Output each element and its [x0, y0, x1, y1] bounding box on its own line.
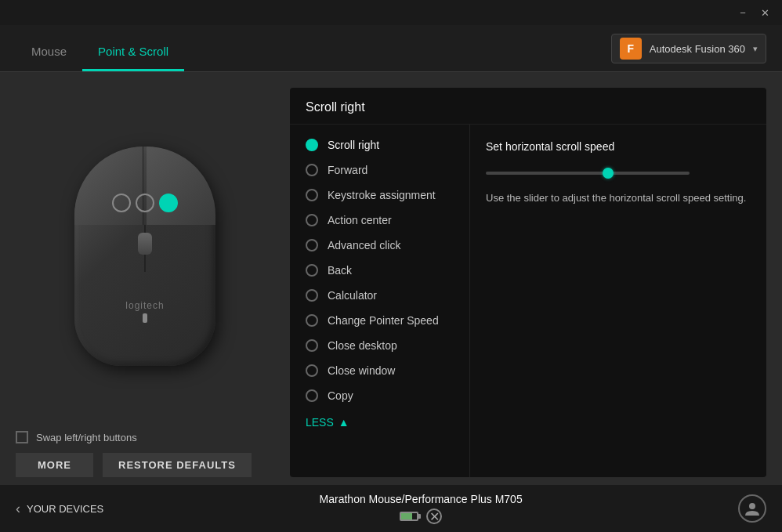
- app-icon: F: [620, 38, 642, 60]
- option-label: Change Pointer Speed: [328, 314, 439, 327]
- restore-defaults-button[interactable]: RESTORE DEFAULTS: [103, 453, 252, 477]
- battery-icon: [400, 512, 418, 521]
- radio-circle: [306, 239, 318, 252]
- option-label: Advanced click: [328, 239, 400, 252]
- mouse-right-button: [147, 147, 215, 225]
- mouse-led: [143, 313, 147, 323]
- mouse-scroll-wheel: [138, 233, 152, 255]
- mouse-btn-right-circle: [159, 194, 178, 212]
- panel-title: Scroll right: [290, 88, 766, 125]
- main-content: logitech Swap left/right buttons MORE RE…: [0, 72, 782, 485]
- mouse-brand-label: logitech: [125, 300, 164, 311]
- minimize-button[interactable]: −: [732, 2, 754, 24]
- option-item[interactable]: Action center: [290, 208, 469, 233]
- more-button[interactable]: MORE: [16, 453, 93, 477]
- battery-fill: [401, 513, 412, 519]
- radio-circle: [306, 389, 318, 402]
- your-devices-label: YOUR DEVICES: [27, 503, 103, 515]
- device-name: Marathon Mouse/Performance Plus M705: [320, 493, 523, 505]
- radio-circle: [306, 339, 318, 352]
- radio-circle: [306, 214, 318, 226]
- radio-circle: [306, 139, 318, 151]
- device-info: Marathon Mouse/Performance Plus M705 ✕: [320, 493, 523, 524]
- chevron-up-icon: ▲: [339, 416, 349, 429]
- tab-mouse[interactable]: Mouse: [16, 25, 82, 71]
- slider-description: Use the slider to adjust the horizontal …: [486, 190, 751, 206]
- mouse-left-button: [74, 147, 143, 225]
- chevron-down-icon: ▾: [753, 44, 758, 54]
- option-item[interactable]: Calculator: [290, 283, 469, 308]
- swap-buttons-label: Swap left/right buttons: [36, 432, 137, 443]
- panel-body: Scroll rightForwardKeystroke assignmentA…: [290, 125, 766, 477]
- option-label: Keystroke assignment: [328, 189, 436, 201]
- swap-buttons-checkbox-row: Swap left/right buttons: [16, 431, 137, 443]
- app-selector[interactable]: F Autodesk Fusion 360 ▾: [611, 34, 766, 63]
- usb-receiver-icon: ✕: [426, 508, 442, 524]
- settings-panel: Set horizontal scroll speed Use the slid…: [470, 125, 766, 477]
- titlebar: − ✕: [0, 0, 782, 25]
- option-label: Action center: [328, 214, 392, 226]
- radio-circle: [306, 189, 318, 201]
- option-item[interactable]: Keystroke assignment: [290, 183, 469, 208]
- close-button[interactable]: ✕: [754, 2, 776, 24]
- option-label: Copy: [328, 389, 353, 402]
- mouse-button-indicators: [112, 194, 178, 212]
- option-item[interactable]: Scroll right: [290, 132, 469, 157]
- option-label: Calculator: [328, 289, 377, 302]
- bottom-buttons: MORE RESTORE DEFAULTS: [16, 453, 252, 477]
- header: Mouse Point & Scroll F Autodesk Fusion 3…: [0, 25, 782, 72]
- option-label: Scroll right: [328, 139, 379, 151]
- app-name: Autodesk Fusion 360: [650, 43, 745, 55]
- tab-point-scroll[interactable]: Point & Scroll: [82, 25, 184, 71]
- radio-circle: [306, 289, 318, 302]
- slider-container[interactable]: [486, 172, 751, 175]
- right-panel: Scroll right Scroll rightForwardKeystrok…: [290, 88, 766, 477]
- mouse-body: logitech: [74, 147, 215, 366]
- chevron-left-icon: ‹: [16, 501, 20, 517]
- option-item[interactable]: Advanced click: [290, 233, 469, 258]
- options-list: Scroll rightForwardKeystroke assignmentA…: [290, 125, 470, 477]
- your-devices-link[interactable]: ‹ YOUR DEVICES: [16, 501, 103, 517]
- option-label: Forward: [328, 164, 367, 176]
- option-item[interactable]: Close window: [290, 358, 469, 383]
- option-item[interactable]: Change Pointer Speed: [290, 308, 469, 333]
- slider-thumb[interactable]: [603, 168, 614, 179]
- option-item[interactable]: Copy: [290, 383, 469, 408]
- footer: ‹ YOUR DEVICES Marathon Mouse/Performanc…: [0, 485, 782, 532]
- left-panel: logitech Swap left/right buttons MORE RE…: [16, 88, 274, 477]
- mouse-image-container: logitech: [74, 88, 215, 425]
- device-status-icons: ✕: [400, 508, 442, 524]
- swap-buttons-checkbox[interactable]: [16, 431, 28, 443]
- radio-circle: [306, 314, 318, 327]
- profile-icon[interactable]: [738, 494, 766, 523]
- option-label: Back: [328, 264, 352, 277]
- radio-circle: [306, 264, 318, 277]
- radio-circle: [306, 364, 318, 377]
- option-label: Close desktop: [328, 339, 397, 352]
- less-button[interactable]: LESS ▲: [290, 408, 469, 436]
- slider-track[interactable]: [486, 172, 690, 175]
- radio-circle: [306, 164, 318, 176]
- nav-tabs: Mouse Point & Scroll: [16, 25, 184, 71]
- option-label: Close window: [328, 364, 395, 377]
- mouse-btn-left-circle: [112, 194, 131, 212]
- user-avatar-icon: [744, 500, 761, 517]
- svg-point-0: [749, 503, 755, 509]
- less-label: LESS: [306, 416, 334, 429]
- option-item[interactable]: Back: [290, 258, 469, 283]
- option-item[interactable]: Forward: [290, 157, 469, 183]
- settings-title: Set horizontal scroll speed: [486, 140, 751, 153]
- mouse-btn-middle-circle: [136, 194, 154, 212]
- option-item[interactable]: Close desktop: [290, 333, 469, 358]
